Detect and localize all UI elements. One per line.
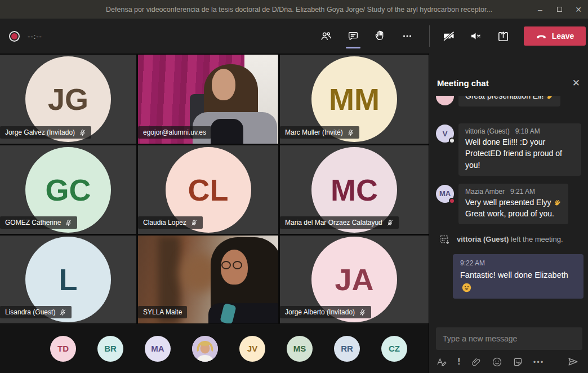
participant-tile-egojor[interactable]: egojor@alumni.uv.es bbox=[138, 55, 278, 144]
avatar: V bbox=[436, 125, 454, 143]
toolbar-right bbox=[439, 25, 513, 47]
smile-emoji bbox=[462, 283, 471, 292]
toolbar-center bbox=[317, 25, 434, 47]
maximize-icon[interactable] bbox=[550, 0, 569, 19]
share-icon[interactable] bbox=[493, 25, 513, 47]
roster-avatar[interactable]: RR bbox=[334, 336, 360, 362]
participant-tile-gomez-catherine[interactable]: GC GOMEZ Catherine bbox=[0, 145, 136, 234]
message-time: 9:22 AM bbox=[460, 259, 576, 267]
minimize-icon[interactable]: – bbox=[531, 0, 550, 19]
participant-tile-lisandra[interactable]: L Lisandra (Guest) bbox=[0, 236, 136, 323]
mic-off-icon bbox=[79, 129, 86, 136]
video-stage: JG Jorge Galvez (Invitado) egojor@alumni… bbox=[0, 54, 429, 373]
important-icon[interactable]: ! bbox=[457, 356, 461, 367]
chat-message: MA Mazia Amber 9:21 AM Very well present… bbox=[436, 184, 581, 225]
roster-avatar[interactable]: MS bbox=[287, 336, 313, 362]
format-icon[interactable] bbox=[436, 356, 447, 367]
video-grid: JG Jorge Galvez (Invitado) egojor@alumni… bbox=[0, 55, 429, 323]
mic-off-icon bbox=[190, 219, 198, 227]
name-label: GOMEZ Catherine bbox=[0, 216, 77, 229]
roster-avatar[interactable]: JV bbox=[239, 336, 265, 362]
chat-header: Meeting chat ✕ bbox=[429, 54, 588, 96]
roster-avatar[interactable]: CZ bbox=[381, 336, 407, 362]
attach-icon[interactable] bbox=[471, 357, 482, 367]
chat-compose: ! ••• bbox=[429, 327, 588, 373]
presence-dot bbox=[449, 198, 455, 204]
raise-hand-icon[interactable] bbox=[371, 25, 390, 47]
roster-avatar[interactable]: BR bbox=[97, 336, 123, 362]
chat-input[interactable] bbox=[436, 327, 582, 350]
name-label: Lisandra (Guest) bbox=[0, 306, 72, 318]
meeting-timer: --:-- bbox=[28, 32, 42, 41]
roster-avatar-photo[interactable] bbox=[192, 336, 218, 362]
avatar: MA bbox=[436, 185, 454, 203]
close-icon[interactable]: ✕ bbox=[569, 0, 588, 19]
roster-avatar[interactable]: TD bbox=[50, 336, 76, 362]
presence-dot bbox=[449, 137, 455, 144]
meeting-event-icon bbox=[439, 234, 450, 245]
name-label: Claudia Lopez bbox=[138, 216, 203, 229]
chat-message: V vittoria (Guest) 9:18 AM Well done Eli… bbox=[436, 123, 581, 176]
chat-message-self: 9:22 AM Fantastic! well done Elizabeth bbox=[436, 254, 583, 298]
message-text: Very well presented Elyy Great work, pro… bbox=[465, 197, 562, 220]
leave-button[interactable]: Leave bbox=[524, 26, 586, 46]
participant-tile-sylla-maite[interactable]: SYLLA Maite bbox=[138, 236, 278, 323]
avatar-initials: GC bbox=[46, 172, 91, 207]
speaker-muted-icon[interactable] bbox=[466, 25, 485, 47]
message-time: 9:18 AM bbox=[515, 127, 540, 135]
recording-indicator: --:-- bbox=[9, 31, 42, 42]
mic-off-icon bbox=[65, 219, 72, 227]
event-author: vittoria (Guest) bbox=[457, 235, 509, 243]
sticker-icon[interactable] bbox=[513, 357, 523, 367]
toolbar-divider bbox=[429, 25, 430, 47]
chat-title: Meeting chat bbox=[437, 78, 489, 88]
name-label: SYLLA Maite bbox=[138, 306, 187, 318]
message-author: vittoria (Guest) bbox=[465, 127, 510, 135]
name-label: Maria del Mar Orzaez Calatayud bbox=[280, 216, 399, 229]
participant-tile-claudia-lopez[interactable]: CL Claudia Lopez bbox=[138, 145, 278, 234]
message-time: 9:21 AM bbox=[510, 188, 535, 196]
mic-off-icon bbox=[347, 129, 354, 136]
window-controls: – ✕ bbox=[531, 0, 588, 19]
clap-emoji bbox=[553, 198, 562, 207]
hangup-icon bbox=[536, 30, 547, 42]
avatar bbox=[436, 96, 454, 105]
avatar-initials: MM bbox=[329, 82, 380, 117]
participant-tile-maria-orzaez[interactable]: MC Maria del Mar Orzaez Calatayud bbox=[280, 145, 429, 234]
chat-close-icon[interactable]: ✕ bbox=[572, 78, 580, 88]
send-icon[interactable] bbox=[567, 356, 579, 368]
name-label: Jorge Alberto (Invitado) bbox=[280, 306, 371, 318]
meeting-toolbar: --:-- bbox=[0, 19, 588, 54]
participants-icon[interactable] bbox=[317, 25, 336, 47]
avatar-initials: JA bbox=[335, 262, 373, 297]
message-text: Fantastic! well done Elizabeth bbox=[460, 269, 576, 281]
message-author: Mazia Amber bbox=[465, 188, 505, 196]
roster-avatar[interactable]: MA bbox=[145, 336, 171, 362]
emoji-icon[interactable] bbox=[492, 357, 502, 367]
mic-off-icon bbox=[386, 219, 394, 227]
audio-roster-strip: TD BR MA JV MS RR CZ bbox=[0, 324, 429, 373]
titlebar: Defensa por videoconferencia de la tesis… bbox=[0, 0, 588, 19]
chat-event: vittoria (Guest) left the meeting. bbox=[439, 234, 581, 245]
camera-off-icon[interactable] bbox=[439, 25, 458, 47]
avatar-initials: JG bbox=[48, 82, 88, 117]
meeting-chat-panel: Meeting chat ✕ Great presentation Eli! bbox=[429, 54, 588, 373]
clap-emoji bbox=[545, 96, 554, 100]
more-icon[interactable]: ••• bbox=[533, 358, 545, 366]
name-label: egojor@alumni.uv.es bbox=[138, 126, 211, 139]
photo-avatar bbox=[192, 336, 218, 362]
participant-tile-jorge-galvez[interactable]: JG Jorge Galvez (Invitado) bbox=[0, 55, 136, 144]
message-text: Well done Eli!!! :D your ProtectED frien… bbox=[465, 136, 574, 171]
teams-meeting-window: Defensa por videoconferencia de la tesis… bbox=[0, 0, 588, 373]
participant-tile-jorge-alberto[interactable]: JA Jorge Alberto (Invitado) bbox=[280, 236, 429, 323]
name-label: Jorge Galvez (Invitado) bbox=[0, 126, 91, 139]
participant-tile-marc-muller[interactable]: MM Marc Muller (Invité) bbox=[280, 55, 429, 144]
mic-off-icon bbox=[59, 309, 66, 316]
more-options-icon[interactable] bbox=[398, 25, 417, 47]
window-title: Defensa por videoconferencia de la tesis… bbox=[0, 6, 531, 14]
avatar-initials: L bbox=[59, 262, 78, 297]
chat-messages: Great presentation Eli! V vittoria (Gues… bbox=[429, 96, 588, 299]
recording-dot-icon bbox=[9, 31, 20, 42]
event-text: left the meeting. bbox=[509, 235, 563, 243]
chat-icon[interactable] bbox=[344, 25, 363, 47]
